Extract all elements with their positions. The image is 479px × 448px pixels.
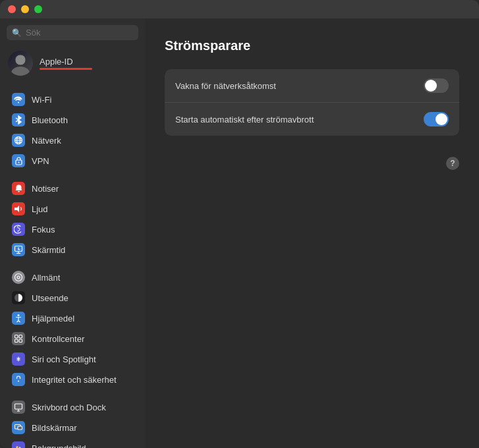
sidebar-item-bluetooth[interactable]: Bluetooth — [4, 110, 141, 130]
search-input[interactable] — [26, 28, 133, 38]
screentime-icon — [12, 243, 25, 256]
svg-point-1 — [11, 67, 30, 76]
sidebar-label-controlcenter: Kontrollcenter — [32, 334, 84, 344]
bluetooth-icon — [12, 113, 25, 126]
sidebar-label-appearance: Utseende — [32, 293, 69, 303]
svg-point-13 — [20, 227, 22, 229]
sidebar-item-sound[interactable]: Ljud — [4, 199, 141, 219]
main-panel: Strömsparare Vakna för nätverksåtkomst S… — [145, 18, 479, 448]
desktop-icon — [12, 401, 25, 414]
sidebar-section-notifications: Notiser Ljud — [0, 178, 145, 260]
svg-point-17 — [15, 274, 22, 281]
focus-icon — [12, 223, 25, 236]
wifi-icon — [12, 93, 25, 106]
close-button[interactable] — [8, 5, 16, 13]
sidebar-item-desktop[interactable]: Skrivbord och Dock — [4, 397, 141, 417]
general-icon — [12, 271, 25, 284]
wallpaper-icon — [12, 441, 25, 448]
settings-row-wake-network: Vakna för nätverksåtkomst — [165, 69, 459, 102]
network-icon — [12, 134, 25, 147]
sidebar-label-desktop: Skrivbord och Dock — [32, 403, 106, 412]
help-button[interactable]: ? — [446, 157, 459, 170]
svg-rect-22 — [15, 339, 18, 343]
svg-rect-31 — [18, 426, 22, 430]
svg-point-11 — [18, 162, 19, 163]
sound-icon — [12, 202, 25, 215]
sidebar-item-notifications[interactable]: Notiser — [4, 179, 141, 198]
svg-marker-12 — [14, 206, 19, 212]
sidebar: 🔍 Apple-ID — [0, 18, 145, 448]
content-area: 🔍 Apple-ID — [0, 18, 479, 448]
sidebar-label-notifications: Notiser — [32, 184, 59, 194]
user-info: Apple-ID — [40, 57, 92, 70]
sidebar-item-vpn[interactable]: VPN — [4, 151, 141, 171]
sidebar-label-focus: Fokus — [32, 225, 55, 235]
sidebar-section-display: Skrivbord och Dock Bildskärmar — [0, 397, 145, 448]
minimize-button[interactable] — [21, 5, 29, 13]
displays-icon — [12, 421, 25, 434]
svg-point-26 — [18, 381, 19, 382]
sidebar-section-network: Wi-Fi Bluetooth — [0, 89, 145, 171]
settings-card: Vakna för nätverksåtkomst Starta automat… — [165, 69, 459, 136]
search-icon: 🔍 — [12, 28, 22, 38]
appearance-icon — [12, 291, 25, 304]
sidebar-item-network[interactable]: Nätverk — [4, 130, 141, 150]
user-redline — [40, 68, 92, 70]
wake-network-toggle[interactable] — [424, 78, 449, 93]
sidebar-item-controlcenter[interactable]: Kontrollcenter — [4, 329, 141, 349]
sidebar-item-wifi[interactable]: Wi-Fi — [4, 90, 141, 109]
sidebar-item-privacy[interactable]: Integritet och säkerhet — [4, 370, 141, 389]
sidebar-item-screentime[interactable]: Skärmtid — [4, 240, 141, 260]
search-box[interactable]: 🔍 — [7, 25, 138, 40]
svg-rect-21 — [19, 335, 22, 339]
sidebar-item-general[interactable]: Allmänt — [4, 267, 141, 287]
titlebar — [0, 0, 479, 18]
sidebar-label-screentime: Skärmtid — [32, 245, 65, 255]
siri-icon — [12, 352, 25, 366]
avatar — [8, 51, 33, 76]
sidebar-item-appearance[interactable]: Utseende — [4, 288, 141, 308]
privacy-icon — [12, 373, 25, 386]
svg-rect-23 — [19, 339, 22, 343]
notifications-icon — [12, 182, 25, 195]
auto-restart-label: Starta automatiskt efter strömavbrott — [175, 115, 314, 125]
sidebar-label-wallpaper: Bakgrundsbild — [32, 443, 86, 449]
sidebar-label-privacy: Integritet och säkerhet — [32, 375, 117, 385]
svg-point-18 — [17, 276, 20, 279]
user-name: Apple-ID — [40, 57, 92, 67]
panel-title: Strömsparare — [165, 38, 459, 53]
sidebar-label-vpn: VPN — [32, 156, 49, 166]
sidebar-label-bluetooth: Bluetooth — [32, 115, 68, 125]
wake-network-label: Vakna för nätverksåtkomst — [175, 81, 276, 91]
svg-rect-32 — [15, 445, 22, 448]
svg-point-19 — [18, 314, 20, 316]
sidebar-label-siri: Siri och Spotlight — [32, 354, 96, 364]
vpn-icon — [12, 154, 25, 167]
svg-rect-20 — [15, 335, 18, 339]
sidebar-label-accessibility: Hjälpmedel — [32, 314, 74, 323]
settings-row-auto-restart: Starta automatiskt efter strömavbrott — [165, 102, 459, 136]
controlcenter-icon — [12, 332, 25, 345]
sidebar-item-accessibility[interactable]: Hjälpmedel — [4, 308, 141, 328]
main-window: 🔍 Apple-ID — [0, 0, 479, 448]
sidebar-label-general: Allmänt — [32, 273, 60, 283]
avatar-image — [8, 51, 33, 76]
sidebar-item-displays[interactable]: Bildskärmar — [4, 418, 141, 437]
sidebar-item-siri[interactable]: Siri och Spotlight — [4, 349, 141, 369]
sidebar-label-displays: Bildskärmar — [32, 423, 77, 433]
auto-restart-toggle[interactable] — [424, 112, 449, 126]
svg-rect-27 — [15, 404, 22, 409]
sidebar-label-wifi: Wi-Fi — [32, 95, 51, 105]
accessibility-icon — [12, 312, 25, 325]
maximize-button[interactable] — [34, 5, 42, 13]
sidebar-item-focus[interactable]: Fokus — [4, 219, 141, 239]
sidebar-section-system: Allmänt Utseende — [0, 267, 145, 390]
user-profile[interactable]: Apple-ID — [0, 45, 145, 81]
sidebar-label-network: Nätverk — [32, 136, 61, 146]
sidebar-item-wallpaper[interactable]: Bakgrundsbild — [4, 438, 141, 448]
sidebar-label-sound: Ljud — [32, 204, 48, 214]
